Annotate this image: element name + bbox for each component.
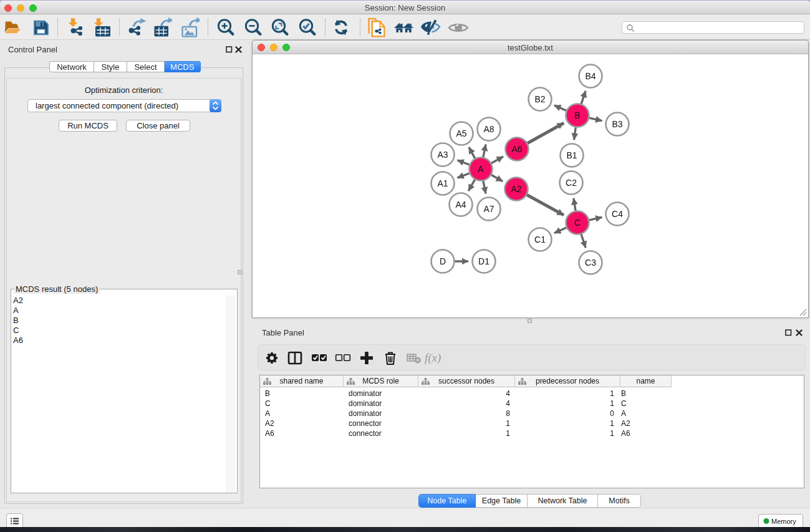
svg-text:A: A	[478, 164, 484, 174]
svg-text:C1: C1	[534, 235, 546, 244]
svg-text:B1: B1	[566, 150, 577, 160]
svg-text:f(x): f(x)	[425, 351, 441, 365]
svg-text:C4: C4	[612, 209, 623, 219]
svg-text:B4: B4	[585, 71, 595, 81]
svg-text:B2: B2	[534, 94, 545, 104]
svg-text:A1: A1	[437, 178, 448, 188]
svg-text:A7: A7	[483, 204, 494, 214]
svg-text:C2: C2	[566, 178, 577, 188]
svg-text:B3: B3	[612, 119, 622, 129]
svg-text:C3: C3	[585, 258, 596, 268]
svg-text:A8: A8	[483, 124, 494, 134]
svg-text:D1: D1	[478, 256, 489, 266]
svg-text:A3: A3	[437, 150, 448, 160]
svg-text:C: C	[574, 218, 581, 228]
svg-text:D: D	[440, 256, 446, 266]
svg-text:A4: A4	[455, 200, 466, 210]
svg-text:A6: A6	[511, 144, 522, 154]
svg-text:Memory: Memory	[771, 518, 796, 525]
svg-text:A5: A5	[456, 128, 466, 138]
svg-text:B: B	[574, 110, 580, 120]
svg-text:A2: A2	[511, 184, 521, 194]
